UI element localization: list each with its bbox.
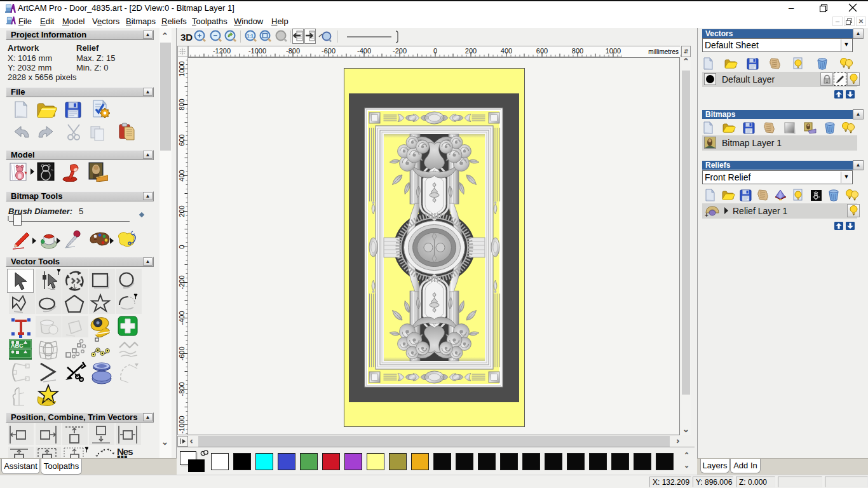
svg-text:+: + — [705, 212, 709, 218]
svg-text:1:1: 1:1 — [247, 34, 254, 38]
svg-text:ABC: ABC — [11, 342, 24, 349]
